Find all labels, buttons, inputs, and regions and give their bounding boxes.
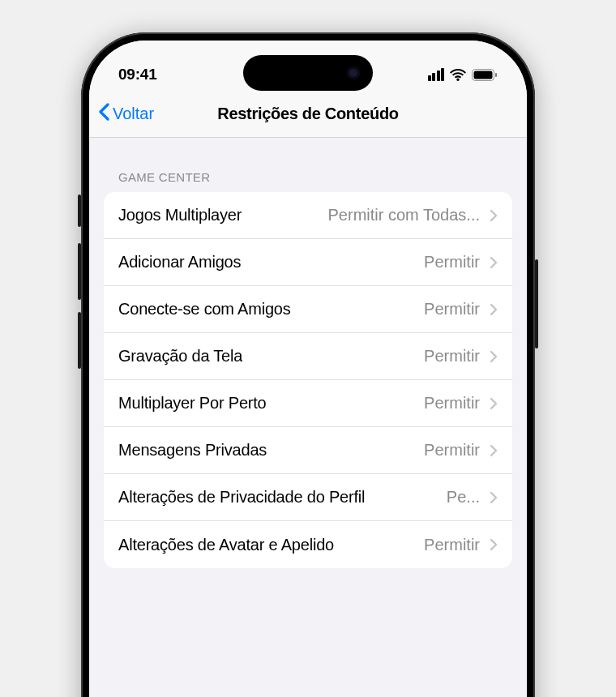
row-label: Alterações de Avatar e Apelido bbox=[118, 536, 334, 554]
chevron-right-icon bbox=[490, 256, 498, 269]
chevron-right-icon bbox=[490, 303, 498, 316]
chevron-right-icon bbox=[490, 350, 498, 363]
row-label: Multiplayer Por Perto bbox=[118, 394, 267, 413]
status-indicators bbox=[426, 68, 498, 81]
back-button[interactable]: Voltar bbox=[97, 103, 154, 125]
row-profile-privacy[interactable]: Alterações de Privacidade do Perfil Pe..… bbox=[104, 474, 512, 521]
wifi-icon bbox=[450, 69, 466, 81]
chevron-left-icon bbox=[97, 100, 109, 125]
row-avatar-nickname[interactable]: Alterações de Avatar e Apelido Permitir bbox=[104, 521, 512, 568]
cellular-signal-icon bbox=[426, 68, 444, 81]
row-label: Mensagens Privadas bbox=[118, 441, 267, 460]
svg-rect-1 bbox=[474, 71, 493, 79]
volume-down-button bbox=[78, 312, 81, 369]
svg-rect-2 bbox=[495, 73, 497, 77]
page-background: 09:41 bbox=[0, 0, 616, 697]
power-button bbox=[535, 259, 538, 348]
row-private-messages[interactable]: Mensagens Privadas Permitir bbox=[104, 427, 512, 474]
front-camera-icon bbox=[347, 66, 360, 79]
row-label: Conecte-se com Amigos bbox=[118, 300, 291, 319]
row-value: Permitir bbox=[275, 441, 480, 460]
row-value: Pe... bbox=[373, 488, 480, 507]
settings-content: GAME CENTER Jogos Multiplayer Permitir c… bbox=[89, 138, 527, 568]
row-label: Jogos Multiplayer bbox=[118, 206, 242, 224]
volume-up-button bbox=[78, 243, 81, 300]
row-add-friends[interactable]: Adicionar Amigos Permitir bbox=[104, 239, 512, 286]
chevron-right-icon bbox=[490, 538, 498, 551]
chevron-right-icon bbox=[490, 491, 498, 504]
status-time: 09:41 bbox=[118, 66, 157, 83]
row-label: Gravação da Tela bbox=[118, 347, 242, 366]
row-value: Permitir bbox=[342, 536, 480, 554]
battery-icon bbox=[472, 69, 498, 81]
back-label: Voltar bbox=[113, 105, 154, 123]
settings-list: Jogos Multiplayer Permitir com Todas... … bbox=[104, 192, 512, 568]
section-header: GAME CENTER bbox=[104, 138, 512, 192]
mute-switch bbox=[78, 195, 81, 227]
row-value: Permitir bbox=[299, 300, 480, 319]
chevron-right-icon bbox=[490, 397, 498, 410]
chevron-right-icon bbox=[490, 444, 498, 457]
navigation-bar: Voltar Restrições de Conteúdo bbox=[89, 91, 527, 138]
chevron-right-icon bbox=[490, 209, 498, 222]
phone-frame: 09:41 bbox=[81, 32, 535, 697]
row-label: Alterações de Privacidade do Perfil bbox=[118, 488, 365, 507]
phone-screen: 09:41 bbox=[89, 41, 527, 697]
row-label: Adicionar Amigos bbox=[118, 253, 241, 272]
page-title: Restrições de Conteúdo bbox=[217, 105, 398, 123]
dynamic-island bbox=[243, 55, 373, 91]
row-value: Permitir com Todas... bbox=[250, 206, 480, 224]
row-value: Permitir bbox=[250, 347, 480, 366]
row-screen-recording[interactable]: Gravação da Tela Permitir bbox=[104, 333, 512, 380]
row-connect-friends[interactable]: Conecte-se com Amigos Permitir bbox=[104, 286, 512, 333]
row-value: Permitir bbox=[275, 394, 480, 413]
row-nearby-multiplayer[interactable]: Multiplayer Por Perto Permitir bbox=[104, 380, 512, 427]
row-value: Permitir bbox=[249, 253, 480, 272]
row-multiplayer-games[interactable]: Jogos Multiplayer Permitir com Todas... bbox=[104, 192, 512, 239]
